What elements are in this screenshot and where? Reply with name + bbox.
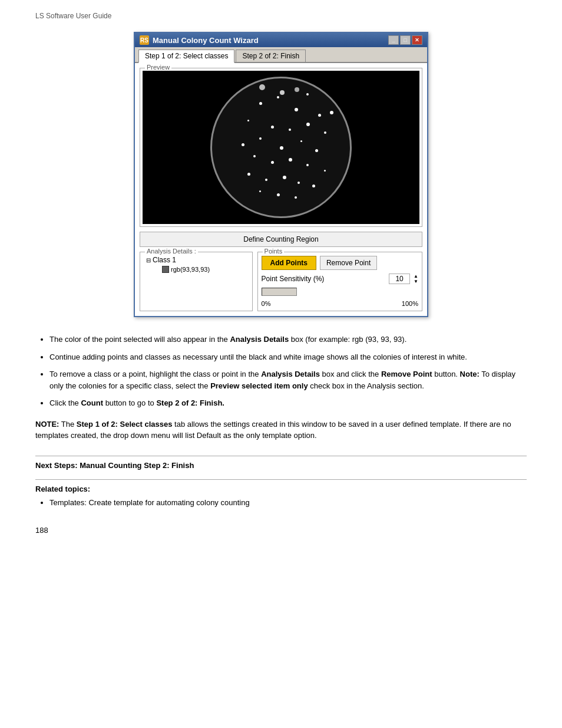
page-header: LS Software User Guide	[35, 12, 527, 20]
tab-step1[interactable]: Step 1 of 2: Select classes	[138, 50, 234, 63]
minimize-button[interactable]: _	[388, 35, 399, 45]
slider-max-label: 100%	[402, 300, 418, 307]
header-title: LS Software User Guide	[35, 12, 111, 20]
spinner-up-icon[interactable]: ▲	[414, 274, 418, 279]
related-topics-divider	[35, 479, 527, 480]
bullet-4: Click the Count button to go to Step 2 o…	[49, 397, 527, 409]
sensitivity-input[interactable]	[389, 274, 410, 284]
dialog-wrapper: RS Manual Colony Count Wizard _ □ ✕ Step…	[35, 32, 527, 317]
define-counting-region-button[interactable]: Define Counting Region	[140, 232, 422, 247]
bullet-1: The color of the point selected will als…	[49, 334, 527, 345]
close-button[interactable]: ✕	[412, 35, 422, 45]
next-steps-heading: Next Steps: Manual Counting Step 2: Fini…	[35, 461, 527, 470]
related-item-1: Templates: Create template for automatin…	[49, 497, 527, 509]
page-number: 188	[35, 526, 527, 535]
petri-dish	[210, 77, 352, 218]
related-list: Templates: Create template for automatin…	[35, 497, 527, 509]
preview-image	[143, 71, 419, 224]
related-heading: Related topics:	[35, 485, 527, 493]
next-steps-divider	[35, 456, 527, 456]
color-swatch	[162, 266, 169, 273]
dialog-titlebar: RS Manual Colony Count Wizard _ □ ✕	[135, 33, 427, 47]
spinner-down-icon[interactable]: ▼	[414, 279, 418, 284]
add-points-button[interactable]: Add Points	[262, 256, 316, 270]
analysis-details-label: Analysis Details :	[145, 248, 198, 255]
tree-expand-icon[interactable]: ⊟	[146, 257, 151, 263]
preview-label: Preview	[145, 64, 171, 71]
note-block: NOTE: The Step 1 of 2: Select classes ta…	[35, 419, 527, 442]
points-label: Points	[263, 248, 285, 255]
preview-group: Preview	[140, 68, 422, 227]
rgb-label: rgb(93,93,93)	[171, 266, 210, 273]
define-counting-region-row: Define Counting Region	[140, 232, 422, 247]
dialog-tabs: Step 1 of 2: Select classes Step 2 of 2:…	[135, 47, 427, 63]
analysis-details-group: Analysis Details : ⊟ Class 1 rgb(93,93,9…	[140, 252, 253, 311]
slider-container	[262, 288, 418, 298]
bottom-panels: Analysis Details : ⊟ Class 1 rgb(93,93,9…	[140, 252, 422, 311]
remove-point-button[interactable]: Remove Point	[320, 256, 377, 270]
slider-labels-row: 0% 100%	[262, 300, 418, 307]
dialog-controls: _ □ ✕	[388, 35, 422, 45]
class1-label: Class 1	[153, 256, 176, 264]
bullet-2: Continue adding points and classes as ne…	[49, 351, 527, 363]
content-area: The color of the point selected will als…	[35, 334, 527, 535]
titlebar-left: RS Manual Colony Count Wizard	[140, 35, 259, 45]
bullet-3: To remove a class or a point, highlight …	[49, 368, 527, 391]
tree-class1: ⊟ Class 1 rgb(93,93,93)	[146, 256, 249, 273]
spinner-arrows: ▲ ▼	[414, 274, 418, 284]
slider-bar[interactable]	[262, 288, 297, 296]
sensitivity-row: Point Sensitivity (%) ▲ ▼	[262, 274, 418, 284]
sensitivity-label: Point Sensitivity (%)	[262, 275, 385, 283]
bullet-list: The color of the point selected will als…	[35, 334, 527, 409]
maximize-button[interactable]: □	[400, 35, 411, 45]
points-buttons: Add Points Remove Point	[262, 256, 418, 270]
dialog-body: Preview	[135, 63, 427, 316]
dialog-title: Manual Colony Count Wizard	[153, 36, 259, 45]
points-group: Points Add Points Remove Point Point Sen…	[257, 252, 422, 311]
tab-step2[interactable]: Step 2 of 2: Finish	[236, 50, 306, 62]
app-icon: RS	[140, 35, 149, 45]
dialog-window: RS Manual Colony Count Wizard _ □ ✕ Step…	[134, 32, 428, 317]
slider-min-label: 0%	[262, 300, 271, 307]
